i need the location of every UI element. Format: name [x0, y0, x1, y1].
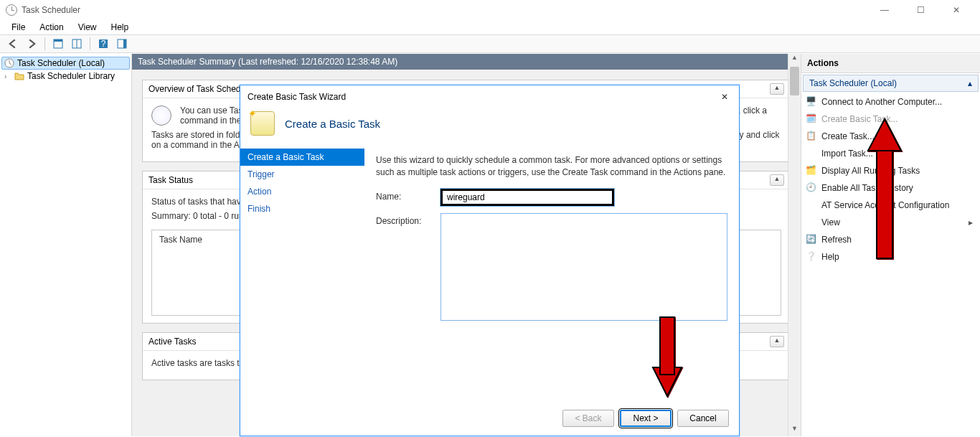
minimize-button[interactable]: — [874, 5, 895, 15]
description-input[interactable] [440, 213, 727, 321]
help-icon[interactable]: ? [95, 37, 112, 51]
tree-root[interactable]: Task Scheduler (Local) [1, 57, 130, 70]
name-label: Name: [376, 189, 430, 202]
tree-library-label: Task Scheduler Library [27, 71, 115, 81]
window-title: Task Scheduler [22, 5, 874, 15]
wizard-step-finish[interactable]: Finish [240, 200, 364, 217]
action-view[interactable]: View▸ [801, 214, 980, 231]
actions-header: Actions [801, 54, 980, 73]
collapse-icon: ▴ [968, 78, 972, 88]
action-enable-history[interactable]: 🕘Enable All Tasks History [801, 179, 980, 197]
action-import[interactable]: Import Task... [801, 145, 980, 162]
wizard-step-basic[interactable]: Create a Basic Task [240, 149, 364, 166]
back-button: < Back [562, 410, 614, 427]
next-button[interactable]: Next > [620, 410, 672, 427]
menu-file[interactable]: File [6, 21, 31, 34]
wizard-title: Create Basic Task Wizard [248, 92, 346, 102]
wizard-icon: 🗓️ [806, 113, 817, 125]
close-icon[interactable]: ✕ [717, 90, 732, 104]
task-status-title: Task Status [149, 175, 193, 185]
folder-icon [14, 71, 24, 81]
cancel-button[interactable]: Cancel [677, 410, 729, 427]
wizard-step-trigger[interactable]: Trigger [240, 166, 364, 183]
refresh-icon: 🔄 [806, 234, 817, 245]
scroll-down-icon[interactable]: ▼ [788, 425, 801, 436]
summary-bar: Task Scheduler Summary (Last refreshed: … [132, 54, 801, 70]
running-icon: 🗂️ [806, 165, 817, 177]
action-pane-icon[interactable] [113, 37, 131, 51]
active-tasks-title: Active Tasks [149, 337, 196, 347]
tree-library[interactable]: › Task Scheduler Library [1, 70, 130, 83]
name-input[interactable] [440, 189, 614, 206]
collapse-icon[interactable]: ▲ [770, 83, 784, 95]
svg-rect-1 [54, 39, 62, 42]
action-create-task[interactable]: 📋Create Task... [801, 128, 980, 145]
menu-help[interactable]: Help [105, 21, 135, 34]
actions-pane: Actions Task Scheduler (Local) ▴ 🖥️Conne… [801, 54, 980, 436]
action-connect[interactable]: 🖥️Connect to Another Computer... [801, 93, 980, 111]
svg-rect-7 [123, 39, 126, 48]
wizard-steps: Create a Basic Task Trigger Action Finis… [240, 149, 364, 407]
toolbar: ? [0, 34, 980, 53]
action-display-running[interactable]: 🗂️Display All Running Tasks [801, 162, 980, 179]
collapse-icon[interactable]: ▲ [770, 174, 784, 186]
clock-app-icon [6, 4, 17, 16]
wizard-step-action[interactable]: Action [240, 183, 364, 200]
panel-icon[interactable] [50, 37, 67, 51]
wizard-heading: Create a Basic Task [285, 118, 380, 130]
help-icon: ❔ [806, 251, 817, 263]
action-help[interactable]: ❔Help [801, 248, 980, 266]
svg-text:?: ? [101, 39, 106, 49]
action-refresh[interactable]: 🔄Refresh [801, 231, 980, 248]
maximize-button[interactable]: ☐ [910, 5, 931, 15]
menu-view[interactable]: View [72, 21, 103, 34]
task-icon: 📋 [806, 131, 817, 142]
menu-action[interactable]: Action [34, 21, 69, 34]
chevron-right-icon: › [4, 72, 11, 80]
task-name-header: Task Name [159, 235, 202, 245]
import-icon [806, 148, 817, 159]
columns-icon[interactable] [68, 37, 85, 51]
titlebar: Task Scheduler — ☐ ✕ [0, 0, 980, 20]
scrollbar[interactable]: ▲ ▼ [788, 54, 801, 436]
description-label: Description: [376, 213, 430, 226]
service-icon [806, 199, 817, 211]
forward-icon[interactable] [23, 37, 40, 51]
scroll-thumb[interactable] [790, 67, 799, 95]
tree-pane: Task Scheduler (Local) › Task Scheduler … [0, 54, 132, 436]
back-icon[interactable] [4, 37, 22, 51]
tree-root-label: Task Scheduler (Local) [17, 58, 105, 68]
wizard-hint: Use this wizard to quickly schedule a co… [376, 154, 727, 179]
computer-icon: 🖥️ [806, 96, 817, 108]
chevron-right-icon: ▸ [969, 217, 973, 227]
clock-icon [4, 58, 14, 68]
action-create-basic[interactable]: 🗓️Create Basic Task... [801, 111, 980, 128]
task-overview-icon [151, 105, 171, 126]
create-basic-task-wizard: Create Basic Task Wizard ✕ Create a Basi… [240, 85, 740, 436]
menubar: File Action View Help [0, 20, 980, 34]
action-at-service[interactable]: AT Service Account Configuration [801, 197, 980, 214]
view-icon [806, 217, 817, 228]
collapse-icon[interactable]: ▲ [770, 336, 784, 347]
scroll-up-icon[interactable]: ▲ [788, 54, 801, 65]
wizard-big-icon [250, 111, 275, 136]
close-button[interactable]: ✕ [946, 5, 967, 15]
actions-subheader[interactable]: Task Scheduler (Local) ▴ [803, 75, 979, 92]
history-icon: 🕘 [806, 182, 817, 194]
